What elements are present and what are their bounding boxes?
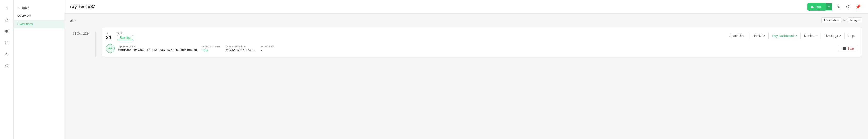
grid-icon[interactable]: ▦ xyxy=(2,26,11,36)
filter-bar: all ▾ from date ▾ to today ▾ xyxy=(70,18,862,23)
app-id-field: Application ID meb10000-947362ee-2fd0-49… xyxy=(118,45,197,52)
run-button-chevron[interactable]: ▾ xyxy=(826,3,832,10)
all-filter-select[interactable]: all ▾ xyxy=(70,19,76,22)
to-label: to xyxy=(843,19,846,22)
flink-ui-link[interactable]: Flink UI ↗ xyxy=(748,32,769,39)
home-icon[interactable]: ⌂ xyxy=(2,3,11,12)
refresh-button[interactable]: ↺ xyxy=(844,3,851,11)
run-button[interactable]: ▶ Run xyxy=(807,3,826,11)
avatar: AA xyxy=(106,44,115,53)
sidebar-item-overview[interactable]: Overview xyxy=(13,11,64,20)
filter-left: all ▾ xyxy=(70,19,76,22)
triangle-icon[interactable]: △ xyxy=(2,14,11,24)
wave-icon[interactable]: ∿ xyxy=(2,49,11,59)
main-content: ray_test #37 ▶ Run ▾ ✎ ↺ 📌 xyxy=(64,0,868,139)
run-play-icon: ▶ xyxy=(811,5,814,9)
card-links: Spark UI ↗ Flink UI ↗ Ray Dashboard ↗ xyxy=(726,32,858,39)
from-date-select[interactable]: from date ▾ xyxy=(822,18,841,23)
execution-cards: Id 24 State Running Spark UI ↗ xyxy=(102,27,862,57)
pin-icon: 📌 xyxy=(856,4,861,9)
pipeline-name: ray_test xyxy=(70,4,87,9)
edit-button[interactable]: ✎ xyxy=(835,3,842,11)
sidebar: ⌂ △ ▦ ⬡ ∿ ⚙ xyxy=(0,0,13,139)
exec-time-value: 36s xyxy=(203,48,220,52)
toolbar-right: ▶ Run ▾ ✎ ↺ 📌 xyxy=(807,3,862,11)
spark-ui-ext-icon: ↗ xyxy=(743,34,744,37)
arguments-value: - xyxy=(261,48,274,52)
today-label: today xyxy=(850,19,857,22)
card-id-section: Id 24 xyxy=(106,31,111,40)
live-logs-ext-icon: ↗ xyxy=(839,34,841,37)
back-arrow-icon: ← xyxy=(18,6,21,9)
from-date-label: from date xyxy=(824,19,837,22)
monitor-link[interactable]: Monitor ↗ xyxy=(801,32,821,39)
execution-section: 31 Oct. 2024 Id 24 State Running xyxy=(70,27,862,57)
run-number: #37 xyxy=(88,4,95,9)
card-header: Id 24 State Running Spark UI ↗ xyxy=(106,31,858,40)
left-nav: ← Back Overview Executions xyxy=(13,0,64,139)
back-label: Back xyxy=(22,6,29,9)
ray-dashboard-label: Ray Dashboard xyxy=(772,34,794,38)
execution-card: Id 24 State Running Spark UI ↗ xyxy=(102,27,862,57)
execution-date: 31 Oct. 2024 xyxy=(70,27,90,57)
state-badge: Running xyxy=(117,35,133,40)
app-id-value: meb10000-947362ee-2fd0-4987-926c-58fde44… xyxy=(118,48,197,52)
database-icon[interactable]: ⬡ xyxy=(2,38,11,47)
to-date-select[interactable]: today ▾ xyxy=(848,18,862,23)
spark-ui-label: Spark UI xyxy=(730,34,742,38)
top-bar: ray_test #37 ▶ Run ▾ ✎ ↺ 📌 xyxy=(64,0,868,13)
arguments-field: Arguments - xyxy=(261,45,274,52)
sidebar-item-overview-label: Overview xyxy=(18,14,31,18)
id-value: 24 xyxy=(106,35,111,40)
all-filter-label: all xyxy=(70,19,73,22)
all-filter-chevron-icon: ▾ xyxy=(74,19,76,22)
card-row: AA Application ID meb10000-947362ee-2fd0… xyxy=(106,44,858,53)
pin-button[interactable]: 📌 xyxy=(854,3,862,11)
state-label: State xyxy=(117,32,133,35)
app-id-label: Application ID xyxy=(118,45,197,48)
submission-time-value: 2024-10-31 10:04:53 xyxy=(226,48,255,52)
date-filters: from date ▾ to today ▾ xyxy=(822,18,862,23)
submission-time-field: Submission time 2024-10-31 10:04:53 xyxy=(226,45,255,52)
live-logs-label: Live Logs xyxy=(825,34,838,38)
logs-label: Logs xyxy=(848,34,855,38)
run-button-label: Run xyxy=(815,5,822,9)
settings-icon[interactable]: ⚙ xyxy=(2,61,11,71)
logs-link[interactable]: Logs xyxy=(844,32,858,39)
sidebar-item-executions-label: Executions xyxy=(18,22,33,26)
edit-icon: ✎ xyxy=(837,4,840,9)
stop-label: Stop xyxy=(847,47,854,50)
id-label: Id xyxy=(106,31,111,34)
flink-ui-ext-icon: ↗ xyxy=(763,34,765,37)
page-title: ray_test #37 xyxy=(70,4,95,9)
monitor-ext-icon: ↗ xyxy=(815,34,817,37)
row-fields: Application ID meb10000-947362ee-2fd0-49… xyxy=(118,45,834,52)
exec-time-field: Execution time 36s xyxy=(203,45,220,52)
card-state-section: State Running xyxy=(117,32,133,40)
arguments-label: Arguments xyxy=(261,45,274,48)
to-date-chevron-icon: ▾ xyxy=(858,19,860,22)
refresh-icon: ↺ xyxy=(846,4,849,9)
run-button-group: ▶ Run ▾ xyxy=(807,3,832,11)
submission-time-label: Submission time xyxy=(226,45,255,48)
timeline-line xyxy=(95,32,96,57)
ray-dashboard-ext-icon: ↗ xyxy=(795,34,797,37)
monitor-label: Monitor xyxy=(804,34,814,38)
from-date-chevron-icon: ▾ xyxy=(837,19,839,22)
flink-ui-label: Flink UI xyxy=(751,34,762,38)
sidebar-item-executions[interactable]: Executions xyxy=(13,20,64,28)
live-logs-link[interactable]: Live Logs ↗ xyxy=(821,32,844,39)
stop-icon: ⬛ xyxy=(842,47,846,50)
spark-ui-link[interactable]: Spark UI ↗ xyxy=(726,32,748,39)
ray-dashboard-link[interactable]: Ray Dashboard ↗ xyxy=(769,32,800,39)
content-area: all ▾ from date ▾ to today ▾ 31 Oct. 202… xyxy=(64,13,868,139)
stop-button[interactable]: ⬛ Stop xyxy=(838,45,858,52)
back-button[interactable]: ← Back xyxy=(13,4,64,11)
exec-time-label: Execution time xyxy=(203,45,220,48)
